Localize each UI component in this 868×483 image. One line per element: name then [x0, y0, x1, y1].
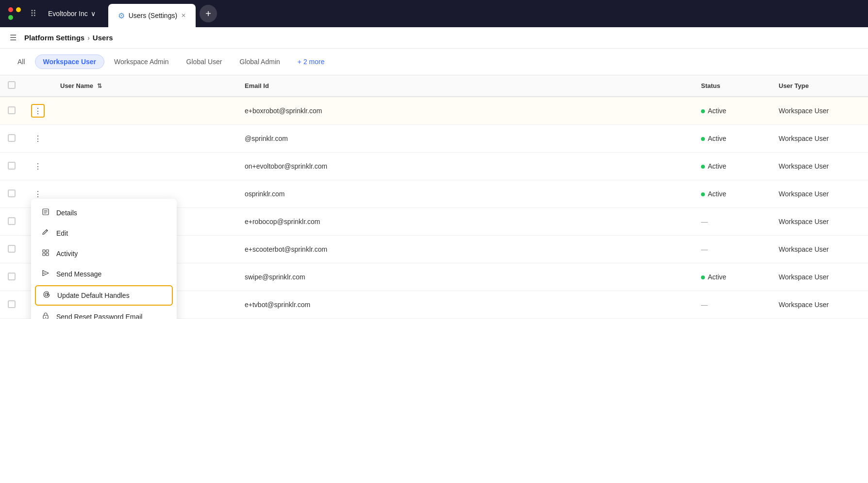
row-menu-button[interactable]: ⋮ — [31, 132, 45, 145]
row-username — [52, 153, 237, 180]
row-menu-button[interactable]: ⋮ — [31, 104, 45, 118]
row-checkbox[interactable] — [8, 190, 16, 197]
row-checkbox[interactable] — [8, 217, 16, 225]
row-status: Active — [693, 180, 771, 208]
row-status: Active — [693, 153, 771, 180]
menu-item-edit[interactable]: Edit — [31, 223, 177, 243]
tab-more[interactable]: + 2 more — [290, 55, 333, 69]
svg-rect-3 — [43, 250, 45, 252]
status-active-label: Active — [708, 190, 726, 198]
row-checkbox-cell — [0, 153, 23, 180]
row-checkbox[interactable] — [8, 273, 16, 280]
table-row: ⋮ on+evoltobor@sprinklr.com Active Works… — [0, 153, 868, 180]
status-active-dot — [701, 276, 705, 279]
tab-settings-icon: ⚙ — [118, 11, 125, 20]
row-usertype: Workspace User — [771, 208, 868, 236]
svg-rect-5 — [43, 253, 45, 256]
grid-icon[interactable]: ⠿ — [27, 5, 39, 22]
table-row: ⋮ e+boxrobot@sprinklr.com Active Workspa… — [0, 97, 868, 125]
tab-workspace-admin[interactable]: Workspace Admin — [106, 55, 177, 69]
row-email: on+evoltobor@sprinklr.com — [237, 153, 693, 180]
row-menu-button[interactable]: ⋮ — [31, 159, 45, 173]
breadcrumb-bar: ☰ Platform Settings › Users — [0, 27, 868, 49]
select-all-checkbox[interactable] — [8, 81, 16, 89]
menu-item-activity[interactable]: Activity — [31, 243, 177, 264]
row-menu-cell: ⋮ — [23, 125, 52, 153]
menu-update-handles-label: Update Default Handles — [57, 292, 130, 299]
breadcrumb-root[interactable]: Platform Settings — [24, 34, 84, 42]
row-usertype: Workspace User — [771, 125, 868, 153]
row-menu-cell: ⋮ — [23, 153, 52, 180]
row-status: Active — [693, 97, 771, 125]
menu-item-details[interactable]: Details — [31, 203, 177, 223]
row-checkbox-cell — [0, 180, 23, 208]
row-checkbox[interactable] — [8, 300, 16, 308]
menu-activity-label: Activity — [56, 250, 78, 258]
row-status: — — [693, 208, 771, 236]
row-usertype: Workspace User — [771, 291, 868, 319]
row-usertype: Workspace User — [771, 153, 868, 180]
workspace-chevron: ∨ — [91, 10, 96, 17]
row-checkbox[interactable] — [8, 162, 16, 170]
edit-icon — [41, 228, 50, 239]
row-status: Active — [693, 125, 771, 153]
status-active-label: Active — [708, 273, 726, 281]
menu-item-send-message[interactable]: Send Message — [31, 264, 177, 284]
status-inactive-dash: — — [701, 301, 708, 309]
menu-details-label: Details — [56, 209, 77, 217]
svg-point-7 — [45, 293, 48, 296]
row-email: @sprinklr.com — [237, 125, 693, 153]
svg-rect-4 — [46, 250, 49, 252]
status-active-dot — [701, 192, 705, 196]
row-checkbox[interactable] — [8, 245, 16, 253]
status-active-dot — [701, 109, 705, 113]
svg-point-1 — [16, 7, 21, 12]
tab-global-admin[interactable]: Global Admin — [232, 55, 288, 69]
filter-tabs: All Workspace User Workspace Admin Globa… — [0, 49, 868, 75]
table-header-row: User Name ⇅ Email Id Status User Type — [0, 75, 868, 97]
new-tab-button[interactable]: + — [200, 5, 217, 22]
row-checkbox[interactable] — [8, 106, 16, 114]
svg-point-2 — [8, 15, 13, 20]
menu-item-update-handles[interactable]: Update Default Handles — [35, 285, 173, 306]
menu-send-message-label: Send Message — [56, 270, 101, 278]
active-tab[interactable]: ⚙ Users (Settings) ✕ — [108, 4, 196, 27]
row-usertype: Workspace User — [771, 236, 868, 263]
details-icon — [41, 207, 50, 218]
status-active-dot — [701, 137, 705, 141]
row-checkbox[interactable] — [8, 134, 16, 142]
menu-item-reset-password[interactable]: Send Reset Password Email — [31, 307, 177, 319]
row-checkbox-cell — [0, 263, 23, 291]
row-email: osprinklr.com — [237, 180, 693, 208]
row-menu-cell: ⋮ — [23, 97, 52, 125]
username-col-header: User Name ⇅ — [52, 75, 237, 97]
status-active-dot — [701, 165, 705, 169]
tab-label: Users (Settings) — [129, 12, 177, 19]
tab-workspace-user[interactable]: Workspace User — [35, 54, 104, 69]
sort-icon[interactable]: ⇅ — [97, 83, 102, 89]
select-all-header — [0, 75, 23, 97]
tab-bar: ⚙ Users (Settings) ✕ + — [108, 0, 862, 27]
status-inactive-dash: — — [701, 245, 708, 253]
row-checkbox-cell — [0, 208, 23, 236]
row-email: e+tvbot@sprinklr.com — [237, 291, 693, 319]
row-checkbox-cell — [0, 125, 23, 153]
row-usertype: Workspace User — [771, 180, 868, 208]
tab-all[interactable]: All — [10, 55, 33, 69]
tab-global-user[interactable]: Global User — [179, 55, 230, 69]
status-col-header: Status — [693, 75, 771, 97]
hamburger-icon[interactable]: ☰ — [10, 33, 17, 42]
context-menu: Details Edit Activity Send Message Updat… — [31, 199, 177, 319]
breadcrumb-current: Users — [93, 34, 113, 42]
row-email: e+scooterbot@sprinklr.com — [237, 236, 693, 263]
status-active-label: Active — [708, 162, 726, 170]
workspace-selector[interactable]: Evoltobor Inc ∨ — [43, 7, 100, 20]
usertype-col-header: User Type — [771, 75, 868, 97]
tab-close-icon[interactable]: ✕ — [181, 12, 186, 19]
at-icon — [42, 290, 51, 301]
logo — [6, 5, 23, 22]
email-col-header: Email Id — [237, 75, 693, 97]
svg-point-9 — [45, 317, 46, 318]
svg-rect-6 — [46, 253, 49, 256]
reset-password-icon — [41, 311, 50, 319]
